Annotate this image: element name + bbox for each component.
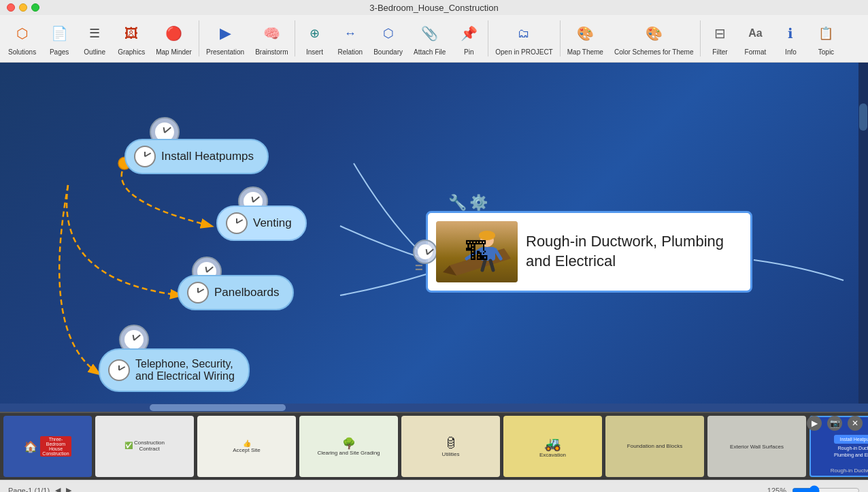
clock-install-heatpumps	[134, 146, 156, 167]
toolbar-sep-4	[560, 20, 561, 56]
toolbar-solutions[interactable]: ⬡ Solutions	[3, 15, 41, 62]
toolbar-pages[interactable]: 📄 Pages	[41, 15, 77, 62]
prev-page-btn[interactable]: ◀	[55, 486, 61, 492]
insert-label: Insert	[306, 48, 323, 56]
thumb-2-inner: ✅ ConstructionContract	[97, 417, 193, 476]
canvas[interactable]: = Install Heatpumps Venting Panelboards …	[0, 63, 868, 404]
filter-label: Filter	[712, 48, 727, 56]
toolbar-brainstorm[interactable]: 🧠 Brainstorm	[250, 15, 293, 62]
toolbar-color-schemes[interactable]: 🎨 Color Schemes for Theme	[609, 15, 699, 62]
node-venting[interactable]: Venting	[216, 206, 307, 241]
toolbar-topic[interactable]: 📋 Topic	[808, 15, 844, 62]
statusbar: Page-1 (1/1) ◀ ▶ 125%	[0, 480, 868, 492]
horizontal-scrollbar[interactable]	[0, 404, 868, 412]
relation-icon: ↔	[338, 21, 363, 46]
presentation-icon: ▶	[213, 21, 237, 46]
topic-illustration	[436, 221, 518, 282]
pin-icon: 📌	[456, 21, 481, 46]
outline-icon: ☰	[82, 21, 107, 46]
zoom-level: 125%	[767, 487, 786, 493]
next-page-btn[interactable]: ▶	[66, 486, 71, 492]
format-label: Format	[745, 48, 767, 56]
filter-icon: ⊟	[707, 21, 732, 46]
map-theme-label: Map Theme	[567, 48, 603, 56]
node-telephone-label: Telephone, Security, and Electrical Wiri…	[135, 358, 235, 382]
toolbar-pin[interactable]: 📌 Pin	[451, 15, 486, 62]
thumb-4-inner: 🌳Clearing and Site Grading	[301, 417, 397, 476]
svg-line-9	[482, 261, 485, 270]
map-minder-icon: 🔴	[162, 21, 186, 46]
status-left: Page-1 (1/1) ◀ ▶	[8, 486, 71, 492]
toolbar-outline[interactable]: ☰ Outline	[77, 15, 112, 62]
attach-file-label: Attach File	[414, 48, 446, 56]
toolbar-attach-file[interactable]: 📎 Attach File	[408, 15, 451, 62]
thumb-5-inner: 🛢Utilities	[403, 417, 499, 476]
toolbar-relation[interactable]: ↔ Relation	[332, 15, 368, 62]
hscroll-thumb[interactable]	[150, 404, 286, 411]
maximize-button[interactable]	[31, 3, 39, 12]
color-schemes-icon: 🎨	[641, 21, 666, 46]
outline-label: Outline	[84, 48, 105, 56]
insert-icon: ⊕	[302, 21, 327, 46]
graphics-icon: 🖼	[119, 21, 144, 46]
vscroll-thumb[interactable]	[859, 103, 867, 131]
node-install-heatpumps-label: Install Heatpumps	[161, 150, 254, 163]
open-in-project-icon: 🗂	[512, 21, 536, 46]
node-panelboards[interactable]: Panelboards	[178, 275, 294, 310]
node-venting-label: Venting	[253, 216, 292, 230]
toolbar-graphics[interactable]: 🖼 Graphics	[112, 15, 150, 62]
clock-face-phone	[124, 330, 144, 349]
solutions-icon: ⬡	[10, 21, 35, 46]
open-in-project-label: Open in PROJECT	[495, 48, 552, 56]
toolbar-info[interactable]: ℹ Info	[773, 15, 808, 62]
thumb-play-btn[interactable]: ▶	[807, 416, 822, 431]
toolbar-filter[interactable]: ⊟ Filter	[702, 15, 737, 62]
thumb-3-inner: 👍Accept Site	[199, 417, 295, 476]
thumb-4[interactable]: 🌳Clearing and Site Grading	[299, 416, 398, 477]
thumb-8[interactable]: Exterior Wall Surfaces	[707, 416, 806, 477]
zoom-slider[interactable]	[792, 485, 860, 493]
thumb-camera-btn[interactable]: 📷	[827, 416, 842, 431]
node-telephone-wiring[interactable]: Telephone, Security, and Electrical Wiri…	[99, 348, 250, 392]
titlebar: 3-Bedroom_House_Construction	[0, 0, 868, 15]
close-button[interactable]	[7, 3, 15, 12]
thumb-8-inner: Exterior Wall Surfaces	[709, 417, 805, 476]
map-minder-label: Map Minder	[156, 48, 192, 56]
thumb-7[interactable]: Foundation and Blocks	[605, 416, 704, 477]
thumb-1[interactable]: 🏠 Three-BedroomHouseConstruction	[3, 416, 92, 477]
main-topic-box[interactable]: 🔧 ⚙️ Rough-in Ductwork, Plumbing and Ele…	[426, 211, 752, 293]
map-theme-icon: 🎨	[573, 21, 597, 46]
vertical-scrollbar[interactable]	[858, 63, 868, 404]
solutions-label: Solutions	[8, 48, 36, 56]
toolbar-presentation[interactable]: ▶ Presentation	[201, 15, 250, 62]
traffic-lights	[7, 3, 39, 12]
toolbar-map-minder[interactable]: 🔴 Map Minder	[150, 15, 197, 62]
boundary-label: Boundary	[373, 48, 403, 56]
construction-icons: 🔧 ⚙️	[448, 194, 488, 212]
toolbar-open-in-project[interactable]: 🗂 Open in PROJECT	[490, 15, 558, 62]
thumb-5[interactable]: 🛢Utilities	[401, 416, 500, 477]
toolbar-insert[interactable]: ⊕ Insert	[297, 15, 332, 62]
thumb-3[interactable]: 👍Accept Site	[197, 416, 296, 477]
svg-point-5	[479, 231, 495, 240]
graphics-label: Graphics	[118, 48, 145, 56]
clock-face-main	[418, 244, 433, 259]
page-info: Page-1 (1/1)	[8, 487, 50, 493]
minimize-button[interactable]	[19, 3, 27, 12]
relation-label: Relation	[337, 48, 363, 56]
thumb-close-btn[interactable]: ✕	[848, 416, 863, 431]
toolbar-boundary[interactable]: ⬡ Boundary	[368, 15, 408, 62]
toolbar-map-theme[interactable]: 🎨 Map Theme	[562, 15, 609, 62]
node-install-heatpumps[interactable]: Install Heatpumps	[124, 139, 269, 174]
brainstorm-icon: 🧠	[259, 21, 284, 46]
toolbar-sep-3	[488, 20, 488, 56]
status-right: 125%	[767, 485, 860, 493]
thumbnail-strip: 🏠 Three-BedroomHouseConstruction ✅ Const…	[0, 412, 868, 480]
attach-file-icon: 📎	[418, 21, 442, 46]
thumb-2[interactable]: ✅ ConstructionContract	[95, 416, 194, 477]
thumb-7-inner: Foundation and Blocks	[607, 417, 703, 476]
pin-label: Pin	[464, 48, 473, 56]
toolbar-format[interactable]: Aa Format	[737, 15, 773, 62]
toolbar-sep-5	[700, 20, 701, 56]
thumb-6[interactable]: 🚜Excavation	[503, 416, 602, 477]
